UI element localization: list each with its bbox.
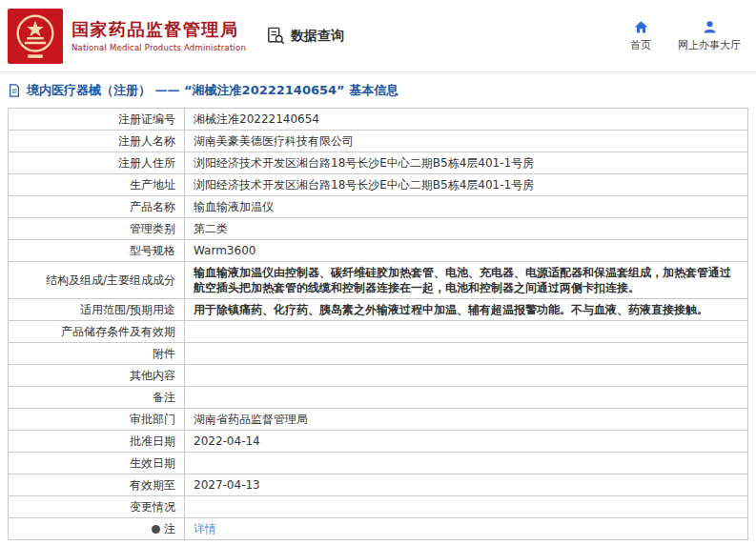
breadcrumb: 境内医疗器械（注册） —— “湘械注准20222140654” 基本信息 xyxy=(0,72,756,108)
field-value: Warm3600 xyxy=(185,240,748,262)
field-label: 附件 xyxy=(9,343,185,365)
field-value xyxy=(185,343,748,365)
table-row: 有效期至 2027-04-13 xyxy=(9,474,748,496)
nav-home[interactable]: 首页 xyxy=(630,20,651,52)
field-value xyxy=(185,387,748,409)
field-value xyxy=(185,365,748,387)
field-label: 注册人住所 xyxy=(9,152,185,174)
field-label: 产品名称 xyxy=(9,196,185,218)
field-value: 第二类 xyxy=(185,218,748,240)
detail-link[interactable]: 详情 xyxy=(194,522,216,535)
field-value: 浏阳经济技术开发区湘台路18号长沙E中心二期B5栋4层401-1号房 xyxy=(185,174,748,196)
field-label: 产品储存条件及有效期 xyxy=(9,321,185,343)
field-label: 适用范围/预期用途 xyxy=(9,299,185,321)
field-label: 生产地址 xyxy=(9,174,185,196)
table-row: 生产地址 浏阳经济技术开发区湘台路18号长沙E中心二期B5栋4层401-1号房 xyxy=(9,174,748,196)
table-row: 产品名称 输血输液加温仪 xyxy=(9,196,748,218)
field-label: 备注 xyxy=(9,387,185,409)
field-value: 2027-04-13 xyxy=(185,474,748,496)
org-name-en: National Medical Products Administration xyxy=(72,43,246,52)
table-row: 其他内容 xyxy=(9,365,748,387)
field-label: 变更情况 xyxy=(9,496,185,518)
field-label: 注 xyxy=(9,518,185,540)
table-row: 注册人名称 湖南美豪美德医疗科技有限公司 xyxy=(9,131,748,152)
field-label: 有效期至 xyxy=(9,474,185,496)
table-row: 审批部门 湖南省药品监督管理局 xyxy=(9,409,748,431)
field-label: 结构及组成/主要组成成分 xyxy=(9,262,185,299)
table-row: 附件 xyxy=(9,343,748,365)
field-label: 注册人名称 xyxy=(9,131,185,152)
table-row: 管理类别 第二类 xyxy=(9,218,748,240)
table-row: 产品储存条件及有效期 xyxy=(9,321,748,343)
field-value xyxy=(185,453,748,474)
table-row: 注册证编号 湘械注准20222140654 xyxy=(9,109,748,131)
table-row: 注册人住所 浏阳经济技术开发区湘台路18号长沙E中心二期B5栋4层401-1号房 xyxy=(9,152,748,174)
field-label: 管理类别 xyxy=(9,218,185,240)
field-value: 用于除镇痛药、化疗药、胰岛素之外输液过程中加温、辅有超温报警功能。不与血液、药液… xyxy=(185,299,748,321)
field-value: 浏阳经济技术开发区湘台路18号长沙E中心二期B5栋4层401-1号房 xyxy=(185,152,748,174)
field-value xyxy=(185,321,748,343)
field-label: 生效日期 xyxy=(9,453,185,474)
field-value: 湖南省药品监督管理局 xyxy=(185,409,748,431)
nav-home-label: 首页 xyxy=(630,38,651,52)
field-label: 注册证编号 xyxy=(9,109,185,131)
field-value xyxy=(185,496,748,518)
registration-info-table: 注册证编号 湘械注准20222140654 注册人名称 湖南美豪美德医疗科技有限… xyxy=(8,108,748,540)
field-label: 型号规格 xyxy=(9,240,185,262)
home-icon xyxy=(634,20,648,34)
table-row: 生效日期 xyxy=(9,453,748,474)
nmpa-emblem-logo xyxy=(8,9,63,64)
brand-home-link[interactable]: 国家药品监督管理局 National Medical Products Admi… xyxy=(8,9,246,64)
table-row: 结构及组成/主要组成成分 输血输液加温仪由控制器、碳纤维硅胶加热套管、电池、充电… xyxy=(9,262,748,299)
note-bullet-icon xyxy=(152,525,160,534)
field-value: 输血输液加温仪 xyxy=(185,196,748,218)
user-icon xyxy=(703,20,717,34)
nav-data-query-label: 数据查询 xyxy=(291,28,344,45)
top-navigation: 首页 网上办事大厅 xyxy=(630,20,741,52)
table-row: 备注 xyxy=(9,387,748,409)
table-row: 批准日期 2022-04-14 xyxy=(9,431,748,453)
table-row: 注 详情 xyxy=(9,518,748,540)
breadcrumb-text: 境内医疗器械（注册） —— “湘械注准20222140654” 基本信息 xyxy=(27,82,398,99)
table-row: 型号规格 Warm3600 xyxy=(9,240,748,262)
nav-service-hall-label: 网上办事大厅 xyxy=(678,38,741,52)
note-label: 注 xyxy=(164,522,175,535)
header: 国家药品监督管理局 National Medical Products Admi… xyxy=(0,0,756,72)
field-value: 详情 xyxy=(185,518,748,540)
field-value: 2022-04-14 xyxy=(185,431,748,453)
field-value: 湖南美豪美德医疗科技有限公司 xyxy=(185,131,748,152)
table-row: 变更情况 xyxy=(9,496,748,518)
field-label: 其他内容 xyxy=(9,365,185,387)
table-row: 适用范围/预期用途 用于除镇痛药、化疗药、胰岛素之外输液过程中加温、辅有超温报警… xyxy=(9,299,748,321)
org-titles: 国家药品监督管理局 National Medical Products Admi… xyxy=(72,19,246,52)
field-label: 审批部门 xyxy=(9,409,185,431)
field-value: 输血输液加温仪由控制器、碳纤维硅胶加热套管、电池、充电器、电源适配器和保温套组成… xyxy=(185,262,748,299)
field-label: 批准日期 xyxy=(9,431,185,453)
document-icon xyxy=(8,84,21,97)
data-query-icon xyxy=(267,27,285,45)
nav-data-query[interactable]: 数据查询 xyxy=(267,27,344,45)
field-value: 湘械注准20222140654 xyxy=(185,109,748,131)
org-name-cn: 国家药品监督管理局 xyxy=(72,19,246,40)
nav-service-hall[interactable]: 网上办事大厅 xyxy=(678,20,741,52)
